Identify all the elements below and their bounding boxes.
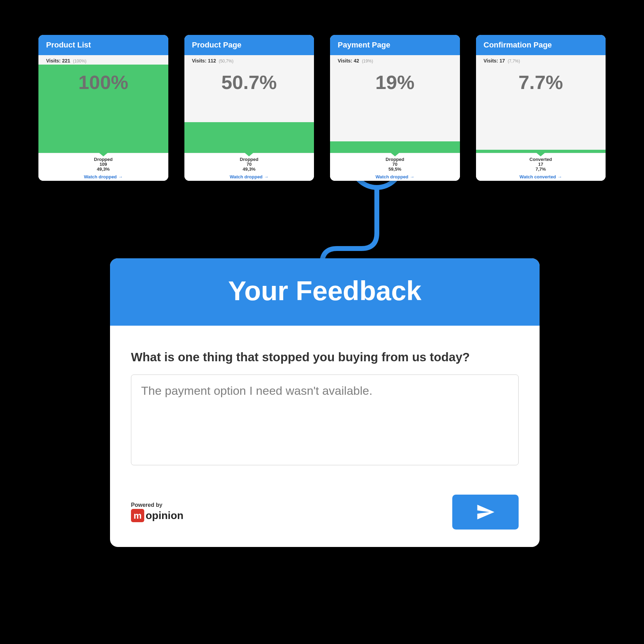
drop-count: 109 [38, 162, 168, 167]
funnel-card-confirmation-page: Confirmation Page Visits: 17 (7,7%) 7.7%… [476, 35, 606, 181]
arrow-icon: → [557, 174, 562, 179]
chevron-down-icon [99, 153, 108, 156]
card-footer: Dropped 70 59,5% Watch dropped→ [330, 153, 460, 181]
visits-label: Visits: 17 [484, 58, 505, 64]
drop-label: Converted [476, 157, 606, 162]
watch-link-text: Watch dropped [375, 174, 408, 179]
card-title: Product List [38, 35, 168, 55]
drop-pct: 59,5% [330, 167, 460, 172]
watch-link-text: Watch dropped [230, 174, 263, 179]
feedback-dialog: Your Feedback What is one thing that sto… [110, 258, 540, 547]
percent-value: 100% [38, 71, 168, 94]
watch-converted-link[interactable]: Watch converted→ [520, 174, 562, 179]
submit-button[interactable] [452, 495, 519, 530]
paper-plane-icon [476, 502, 495, 522]
visits-pct-small: (100%) [73, 59, 87, 64]
watch-dropped-link[interactable]: Watch dropped→ [375, 174, 414, 179]
drop-pct: 49,3% [38, 167, 168, 172]
percent-value: 7.7% [476, 71, 606, 94]
funnel-card-product-page: Product Page Visits: 112 (50,7%) 50.7% D… [184, 35, 314, 181]
arrow-icon: → [118, 174, 123, 179]
percent-value: 19% [330, 71, 460, 94]
visits-label: Visits: 42 [338, 58, 359, 64]
visits-pct-small: (7,7%) [508, 59, 520, 64]
watch-dropped-link[interactable]: Watch dropped→ [230, 174, 269, 179]
watch-link-text: Watch converted [520, 174, 556, 179]
feedback-question: What is one thing that stopped you buyin… [131, 350, 519, 364]
watch-link-text: Watch dropped [84, 174, 117, 179]
funnel-card-payment-page: Payment Page Visits: 42 (19%) 19% Droppe… [330, 35, 460, 181]
green-fill [184, 122, 314, 153]
chevron-down-icon [536, 153, 545, 156]
brand-m-icon: m [131, 509, 144, 522]
card-title: Confirmation Page [476, 35, 606, 55]
drop-pct: 49,3% [184, 167, 314, 172]
funnel-row: Product List Visits: 221 (100%) 100% Dro… [38, 35, 606, 181]
arrow-icon: → [410, 174, 414, 179]
visits-label: Visits: 112 [192, 58, 216, 64]
drop-pct: 7,7% [476, 167, 606, 172]
brand-logo: mopinion [131, 509, 183, 522]
drop-label: Dropped [38, 157, 168, 162]
drop-count: 17 [476, 162, 606, 167]
percent-value: 50.7% [184, 71, 314, 94]
card-footer: Dropped 70 49,3% Watch dropped→ [184, 153, 314, 181]
powered-label: Powered by [131, 502, 183, 508]
visits-pct-small: (19%) [362, 59, 373, 64]
powered-by: Powered by mopinion [131, 502, 183, 522]
visits-label: Visits: 221 [46, 58, 70, 64]
green-fill [476, 150, 606, 153]
brand-rest: opinion [146, 510, 183, 521]
drop-label: Dropped [184, 157, 314, 162]
drop-count: 70 [330, 162, 460, 167]
visits-pct-small: (50,7%) [219, 59, 233, 64]
card-title: Product Page [184, 35, 314, 55]
card-title: Payment Page [330, 35, 460, 55]
feedback-title: Your Feedback [110, 258, 540, 326]
watch-dropped-link[interactable]: Watch dropped→ [84, 174, 123, 179]
arrow-icon: → [264, 174, 269, 179]
card-footer: Dropped 109 49,3% Watch dropped→ [38, 153, 168, 181]
chevron-down-icon [391, 153, 399, 156]
card-footer: Converted 17 7,7% Watch converted→ [476, 153, 606, 181]
drop-count: 70 [184, 162, 314, 167]
funnel-card-product-list: Product List Visits: 221 (100%) 100% Dro… [38, 35, 168, 181]
drop-label: Dropped [330, 157, 460, 162]
green-fill [330, 141, 460, 153]
feedback-textarea[interactable] [131, 375, 519, 465]
chevron-down-icon [245, 153, 253, 156]
